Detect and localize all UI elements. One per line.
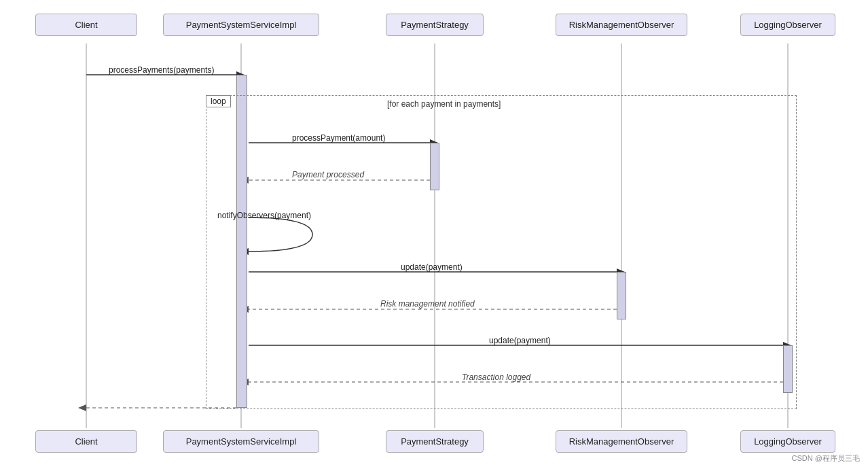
lifeline-client-bottom: Client (35, 430, 137, 453)
sequence-diagram: Client PaymentSystemServiceImpl PaymentS… (0, 0, 868, 469)
return-risk-notified: Risk management notified (380, 299, 475, 309)
loop-condition: [for each payment in payments] (387, 99, 501, 109)
return-payment-processed: Payment processed (292, 170, 364, 179)
lifeline-rmo-bottom: RiskManagementObserver (556, 430, 687, 453)
msg-process-payments: processPayments(payments) (109, 65, 214, 75)
lifeline-rmo-top: RiskManagementObserver (556, 14, 687, 36)
lifeline-lo-top: LoggingObserver (740, 14, 835, 36)
lifeline-client-top: Client (35, 14, 137, 36)
loop-label: loop (206, 95, 231, 107)
return-transaction-logged: Transaction logged (462, 372, 530, 382)
msg-update-lo: update(payment) (489, 336, 551, 345)
lifeline-ps-top: PaymentStrategy (386, 14, 484, 36)
msg-notify-observers: notifyObservers(payment) (217, 211, 311, 220)
lifeline-lo-bottom: LoggingObserver (740, 430, 835, 453)
lifeline-pssi-top: PaymentSystemServiceImpl (163, 14, 319, 36)
msg-update-rmo: update(payment) (401, 262, 463, 272)
lifeline-ps-bottom: PaymentStrategy (386, 430, 484, 453)
svg-marker-22 (78, 404, 86, 411)
lifeline-pssi-bottom: PaymentSystemServiceImpl (163, 430, 319, 453)
msg-process-payment: processPayment(amount) (292, 133, 385, 143)
watermark: CSDN @程序员三毛 (792, 453, 860, 464)
